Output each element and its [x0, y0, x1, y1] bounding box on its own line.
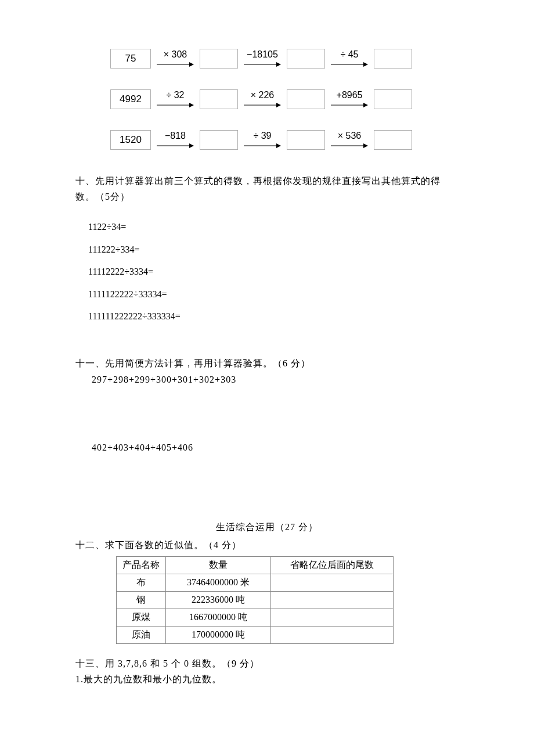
q10-eq: 1111122222÷33334=	[88, 283, 459, 305]
table-row: 原油 170000000 吨	[117, 627, 394, 644]
q10-eq: 1122÷34=	[88, 216, 459, 238]
flow-start-box: 75	[110, 49, 151, 69]
flow-start-box: 1520	[110, 130, 151, 150]
cell-qty: 222336000 吨	[166, 592, 271, 609]
cell-name: 原煤	[117, 609, 166, 627]
flow-op-label: ÷ 32	[166, 90, 184, 100]
arrow-right-icon	[331, 61, 368, 68]
flow-row-3: 1520 −818 ÷ 39 × 536	[110, 130, 459, 150]
cell-name: 布	[117, 574, 166, 592]
flow-op-label: ÷ 45	[340, 49, 358, 60]
arrow-right-icon	[244, 102, 281, 109]
table-row: 原煤 1667000000 吨	[117, 609, 394, 627]
flow-arrow: −818	[154, 131, 196, 149]
cell-approx	[271, 627, 394, 644]
arrow-right-icon	[244, 61, 281, 68]
svg-marker-15	[276, 143, 281, 148]
q10-equations: 1122÷34= 111222÷334= 11112222÷3334= 1111…	[88, 216, 459, 327]
table-header-row: 产品名称 数量 省略亿位后面的尾数	[117, 557, 394, 574]
flow-arrow: × 536	[329, 131, 370, 149]
svg-marker-11	[363, 103, 368, 107]
q13-title: 十三、用 3,7,8,6 和 5 个 0 组数。（9 分）	[75, 656, 459, 671]
q12-table: 产品名称 数量 省略亿位后面的尾数 布 37464000000 米 钢 2223…	[116, 556, 394, 644]
svg-marker-7	[189, 103, 194, 107]
flow-chains: 75 × 308 −18105 ÷ 45 4992 ÷ 32	[110, 49, 459, 150]
cell-qty: 170000000 吨	[166, 627, 271, 644]
q10-eq: 111222÷334=	[88, 239, 459, 261]
flow-op-label: −818	[165, 131, 186, 141]
flow-op-label: −18105	[247, 49, 278, 60]
q11-title: 十一、先用简便方法计算，再用计算器验算。（6 分）	[75, 355, 459, 371]
svg-marker-3	[276, 62, 281, 67]
table-row: 布 37464000000 米	[117, 574, 394, 592]
flow-op-label: ÷ 39	[253, 131, 271, 141]
flow-op-label: × 226	[251, 90, 274, 100]
col-header-approx: 省略亿位后面的尾数	[271, 557, 394, 574]
arrow-right-icon	[157, 61, 194, 68]
flow-arrow: +8965	[329, 90, 370, 109]
svg-marker-5	[363, 62, 368, 67]
q10-eq: 11112222÷3334=	[88, 261, 459, 283]
svg-marker-17	[363, 143, 368, 148]
arrow-right-icon	[331, 102, 368, 109]
svg-marker-9	[276, 103, 281, 107]
cell-approx	[271, 592, 394, 609]
arrow-right-icon	[244, 142, 281, 149]
q13-sub1: 1.最大的九位数和最小的九位数。	[75, 671, 459, 687]
svg-marker-13	[189, 143, 194, 148]
flow-arrow: −18105	[241, 49, 283, 68]
flow-start-value: 4992	[120, 93, 142, 105]
flow-result-box	[287, 89, 325, 109]
q11-expr-1: 297+298+299+300+301+302+303	[92, 372, 459, 387]
flow-result-box	[374, 89, 412, 109]
col-header-name: 产品名称	[117, 557, 166, 574]
flow-op-label: +8965	[337, 90, 363, 100]
flow-arrow: ÷ 32	[154, 90, 196, 109]
table-row: 钢 222336000 吨	[117, 592, 394, 609]
flow-row-2: 4992 ÷ 32 × 226 +8965	[110, 89, 459, 109]
arrow-right-icon	[157, 142, 194, 149]
arrow-right-icon	[331, 142, 368, 149]
flow-start-value: 1520	[120, 134, 142, 146]
flow-arrow: ÷ 45	[329, 49, 370, 68]
flow-start-value: 75	[125, 53, 136, 64]
arrow-right-icon	[157, 102, 194, 109]
cell-name: 原油	[117, 627, 166, 644]
col-header-qty: 数量	[166, 557, 271, 574]
flow-arrow: × 308	[154, 49, 196, 68]
flow-result-box	[200, 89, 238, 109]
svg-marker-1	[189, 62, 194, 67]
flow-row-1: 75 × 308 −18105 ÷ 45	[110, 49, 459, 69]
q10-eq: 111111222222÷333334=	[88, 305, 459, 327]
flow-arrow: × 226	[241, 90, 283, 109]
flow-op-label: × 536	[338, 131, 361, 141]
cell-name: 钢	[117, 592, 166, 609]
flow-result-box	[374, 49, 412, 69]
flow-op-label: × 308	[164, 49, 187, 60]
flow-result-box	[200, 130, 238, 150]
q10-title: 十、先用计算器算出前三个算式的得数，再根据你发现的规律直接写出其他算式的得数。（…	[75, 173, 459, 204]
flow-start-box: 4992	[110, 89, 151, 109]
cell-qty: 1667000000 吨	[166, 609, 271, 627]
cell-approx	[271, 574, 394, 592]
flow-result-box	[287, 130, 325, 150]
life-section-title: 生活综合运用（27 分）	[75, 519, 459, 535]
cell-approx	[271, 609, 394, 627]
q11-expr-2: 402+403+404+405+406	[92, 440, 459, 455]
flow-arrow: ÷ 39	[241, 131, 283, 149]
q12-title: 十二、求下面各数的近似值。（4 分）	[75, 537, 459, 553]
flow-result-box	[200, 49, 238, 69]
cell-qty: 37464000000 米	[166, 574, 271, 592]
flow-result-box	[374, 130, 412, 150]
flow-result-box	[287, 49, 325, 69]
